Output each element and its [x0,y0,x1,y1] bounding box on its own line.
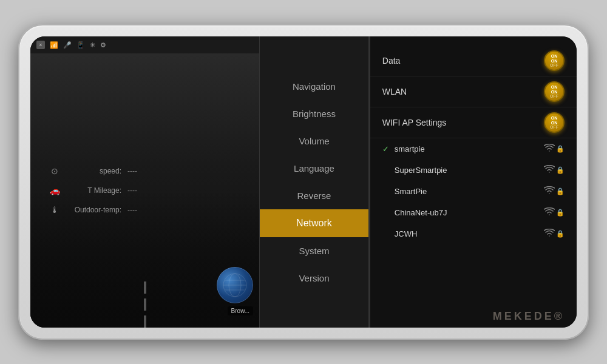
wifi-lock-smartpie2: 🔒 [556,187,565,195]
temp-label: Outdoor-temp: [67,206,121,214]
wifi-no-check: ✓ [382,166,392,175]
menu-item-network[interactable]: Network [260,209,368,237]
wifi-lock-chinanet: 🔒 [556,209,565,217]
wifi-signal-chinanet [544,207,555,218]
menu-item-volume[interactable]: Volume [260,127,368,155]
wifi-signal-jcwh [544,229,555,239]
wifi-name-chinanet: ChinaNet-ub7J [395,208,544,217]
temp-value: ---- [127,206,137,214]
mileage-label: T Mileage: [67,186,121,195]
wifi-ap-control-row: WIFI AP Settings ONOFF [370,107,577,138]
globe-lines [217,267,253,303]
menu-item-reverse[interactable]: Reverse [260,182,368,209]
mileage-row: 🚗 T Mileage: ---- [49,184,241,197]
globe-icon[interactable] [217,267,253,303]
dashboard-panel: × 📶 🎤 📱 ✳ ⚙ ⊙ speed: -- [30,36,259,328]
close-button[interactable]: × [36,41,45,49]
brand-watermark: MEKEDE® [493,310,565,323]
menu-item-navigation[interactable]: Navigation [260,73,368,100]
temp-row: 🌡 Outdoor-temp: ---- [49,204,241,216]
wifi-no-check4: ✓ [382,229,392,238]
wlan-label: WLAN [382,87,544,96]
speed-icon: ⊙ [49,165,61,177]
device-screen: × 📶 🎤 📱 ✳ ⚙ ⊙ speed: -- [30,36,577,328]
wifi-name-smartpie2: SmartPie [395,187,544,196]
phone-status-icon: 📱 [76,41,85,49]
wifi-name-supersmartpie: SuperSmartpie [395,166,544,175]
speed-label: speed: [67,167,121,175]
menu-item-version[interactable]: Version [260,265,368,292]
status-bar: × 📶 🎤 📱 ✳ ⚙ [30,36,259,53]
wifi-item-chinanet[interactable]: ✓ ChinaNet-ub7J 🔒 [370,202,577,223]
wlan-toggle[interactable]: ONOFF [544,81,565,102]
bt-status-icon: ✳ [90,41,95,49]
mic-status-icon: 🎤 [63,41,72,49]
device-frame: × 📶 🎤 📱 ✳ ⚙ ⊙ speed: -- [18,24,589,340]
menu-item-brightness[interactable]: Brightness [260,100,368,127]
mileage-icon: 🚗 [49,184,61,197]
speed-value: ---- [127,167,137,175]
dashboard-area: ⊙ speed: ---- 🚗 T Mileage: ---- 🌡 Outdoo… [30,53,259,328]
wifi-signal-smartpie [544,144,555,154]
wifi-signal-smartpie2 [544,186,555,197]
menu-item-system[interactable]: System [260,237,368,265]
settings-status-icon: ⚙ [100,41,106,49]
wifi-name-jcwh: JCWH [395,229,544,238]
speed-row: ⊙ speed: ---- [49,165,241,177]
wifi-no-check3: ✓ [382,208,392,217]
wlan-control-row: WLAN ONOFF [370,76,577,107]
data-control-row: Data ONOFF [370,46,577,76]
wifi-lock-smartpie: 🔒 [556,145,565,153]
wifi-list: ✓ smartpie 🔒 ✓ SuperSmartpie 🔒 [370,138,577,318]
wifi-ap-label: WIFI AP Settings [382,118,544,127]
data-label: Data [382,56,544,66]
wifi-lock-supersmartpie: 🔒 [556,166,565,174]
wifi-item-smartpie2[interactable]: ✓ SmartPie 🔒 [370,181,577,202]
wifi-status-icon: 📶 [50,41,58,49]
data-toggle[interactable]: ONOFF [544,50,565,71]
wifi-item-smartpie[interactable]: ✓ smartpie 🔒 [370,138,577,160]
wifi-ap-toggle[interactable]: ONOFF [544,112,565,133]
wifi-no-check2: ✓ [382,187,392,196]
wifi-item-jcwh[interactable]: ✓ JCWH 🔒 [370,223,577,244]
wifi-signal-supersmartpie [544,165,555,175]
mileage-value: ---- [127,186,137,195]
menu-item-language[interactable]: Language [260,155,368,182]
menu-panel: Navigation Brightness Volume Language Re… [259,36,368,328]
wifi-lock-jcwh: 🔒 [556,230,565,238]
network-panel: Data ONOFF WLAN ONOFF WIFI AP Settings O… [370,36,577,328]
wifi-item-supersmartpie[interactable]: ✓ SuperSmartpie 🔒 [370,160,577,181]
wifi-connected-check: ✓ [382,144,392,153]
wifi-name-smartpie: smartpie [395,144,544,153]
temp-icon: 🌡 [49,204,61,216]
browse-label[interactable]: Brow... [228,306,254,315]
